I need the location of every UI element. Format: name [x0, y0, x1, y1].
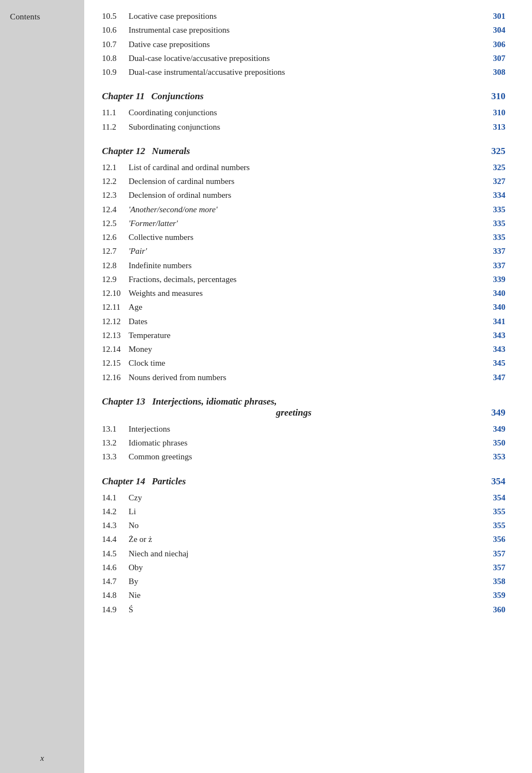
- chapter-13-continuation: greetings 349: [102, 407, 505, 418]
- entry-num: 10.5: [102, 10, 129, 23]
- entry-num: 14.5: [102, 547, 129, 560]
- sidebar-bottom: x: [0, 754, 84, 763]
- toc-entry-12-3: 12.3 Declension of ordinal numbers 334: [102, 189, 505, 202]
- entry-text: Instrumental case prepositions: [129, 24, 229, 37]
- chapter-13-label-title: Chapter 13 Interjections, idiomatic phra…: [102, 396, 277, 407]
- entry-text: 'Pair': [129, 245, 147, 258]
- entry-text: Temperature: [129, 329, 171, 342]
- entry-num: 12.5: [102, 217, 129, 230]
- entry-page: 313: [485, 121, 505, 134]
- entry-text: Coordinating conjunctions: [129, 106, 217, 119]
- toc-entry-10-7: 10.7 Dative case prepositions 306: [102, 38, 505, 51]
- entry-num: 14.2: [102, 505, 129, 518]
- entry-num: 12.2: [102, 175, 129, 188]
- entry-page: 337: [485, 245, 505, 258]
- toc-entry-12-10: 12.10 Weights and measures 340: [102, 287, 505, 300]
- toc-entry-10-9: 10.9 Dual-case instrumental/accusative p…: [102, 66, 505, 79]
- toc-entry-12-2: 12.2 Declension of cardinal numbers 327: [102, 175, 505, 188]
- chapter-14-label: Chapter 14: [102, 476, 145, 487]
- toc-entry-12-15: 12.15 Clock time 345: [102, 357, 505, 370]
- toc-entry-11-1: 11.1 Coordinating conjunctions 310: [102, 106, 505, 119]
- chapter-12: Chapter 12 Numerals 325 12.1 List of car…: [102, 146, 505, 384]
- toc-entry-14-9: 14.9 Ś 360: [102, 603, 505, 616]
- entry-page: 339: [485, 273, 505, 286]
- entry-page: 358: [485, 575, 505, 588]
- entry-text: Age: [129, 301, 142, 314]
- entry-text: Oby: [129, 561, 143, 574]
- entry-page: 335: [485, 217, 505, 230]
- toc-entry-12-16: 12.16 Nouns derived from numbers 347: [102, 371, 505, 384]
- entry-num: 11.1: [102, 106, 129, 119]
- entry-page: 327: [485, 175, 505, 188]
- toc-entry-11-2: 11.2 Subordinating conjunctions 313: [102, 121, 505, 134]
- entry-text: Money: [129, 343, 152, 356]
- entry-text: Weights and measures: [129, 287, 203, 300]
- chapter-11-page: 310: [485, 91, 505, 102]
- entry-page: 337: [485, 259, 505, 272]
- entry-page: 301: [485, 10, 505, 23]
- entry-num: 13.3: [102, 451, 129, 463]
- toc-entry-12-9: 12.9 Fractions, decimals, percentages 33…: [102, 273, 505, 286]
- entry-page: 357: [485, 547, 505, 560]
- toc-entry-12-6: 12.6 Collective numbers 335: [102, 231, 505, 244]
- entry-num: 10.9: [102, 66, 129, 79]
- entry-text: Declension of cardinal numbers: [129, 175, 234, 188]
- entry-text: Ś: [129, 603, 133, 616]
- entry-num: 12.4: [102, 203, 129, 216]
- chapter-13-heading: Chapter 13 Interjections, idiomatic phra…: [102, 396, 505, 418]
- entry-page: 341: [485, 315, 505, 328]
- entry-page: 334: [485, 189, 505, 202]
- entry-page: 325: [485, 161, 505, 174]
- chapter-14: Chapter 14 Particles 354 14.1 Czy 354 14…: [102, 476, 505, 616]
- entry-page: 310: [485, 106, 505, 119]
- entry-num: 14.6: [102, 561, 129, 574]
- entry-num: 12.11: [102, 301, 129, 314]
- entry-page: 350: [485, 437, 505, 449]
- entry-page: 355: [485, 505, 505, 518]
- toc-entry-12-13: 12.13 Temperature 343: [102, 329, 505, 342]
- chapter-14-heading: Chapter 14 Particles 354: [102, 476, 505, 487]
- entry-num: 14.9: [102, 603, 129, 616]
- sidebar: Contents x: [0, 0, 84, 773]
- entry-text: Dual-case locative/accusative prepositio…: [129, 52, 270, 65]
- entry-page: 347: [485, 371, 505, 384]
- entry-text: Fractions, decimals, percentages: [129, 273, 237, 286]
- entry-num: 12.13: [102, 329, 129, 342]
- chapter-13-top: Chapter 13 Interjections, idiomatic phra…: [102, 396, 505, 407]
- entry-num: 10.7: [102, 38, 129, 51]
- sidebar-page-marker: x: [40, 754, 44, 763]
- entry-page: 360: [485, 603, 505, 616]
- toc-entry-13-3: 13.3 Common greetings 353: [102, 451, 505, 463]
- entry-page: 307: [485, 52, 505, 65]
- chapter-11: Chapter 11 Conjunctions 310 11.1 Coordin…: [102, 91, 505, 134]
- entry-page: 308: [485, 66, 505, 79]
- entry-text: Collective numbers: [129, 231, 193, 244]
- chapter-11-title: Conjunctions: [151, 91, 204, 102]
- toc-entry-14-1: 14.1 Czy 354: [102, 492, 505, 504]
- chapter-12-page: 325: [485, 146, 505, 157]
- entry-page: 335: [485, 231, 505, 244]
- entry-num: 12.15: [102, 357, 129, 370]
- toc-entry-12-11: 12.11 Age 340: [102, 301, 505, 314]
- entry-num: 12.1: [102, 161, 129, 174]
- entry-page: 343: [485, 343, 505, 356]
- entry-text: Common greetings: [129, 451, 192, 463]
- entry-page: 306: [485, 38, 505, 51]
- entry-text: Clock time: [129, 357, 165, 370]
- entry-text: Indefinite numbers: [129, 259, 192, 272]
- entry-num: 12.8: [102, 259, 129, 272]
- entry-text: By: [129, 575, 139, 588]
- entry-num: 12.3: [102, 189, 129, 202]
- chapter-11-heading: Chapter 11 Conjunctions 310: [102, 91, 505, 102]
- chapter-12-label: Chapter 12: [102, 146, 145, 157]
- entry-text: Locative case prepositions: [129, 10, 217, 23]
- entry-text: List of cardinal and ordinal numbers: [129, 161, 250, 174]
- entry-num: 13.1: [102, 423, 129, 436]
- entry-text: 'Another/second/one more': [129, 203, 217, 216]
- entry-text: Subordinating conjunctions: [129, 121, 220, 134]
- chapter-12-title: Numerals: [152, 146, 190, 157]
- entry-page: 345: [485, 357, 505, 370]
- toc-entry-10-8: 10.8 Dual-case locative/accusative prepo…: [102, 52, 505, 65]
- toc-entry-12-7: 12.7 'Pair' 337: [102, 245, 505, 258]
- entry-num: 13.2: [102, 437, 129, 449]
